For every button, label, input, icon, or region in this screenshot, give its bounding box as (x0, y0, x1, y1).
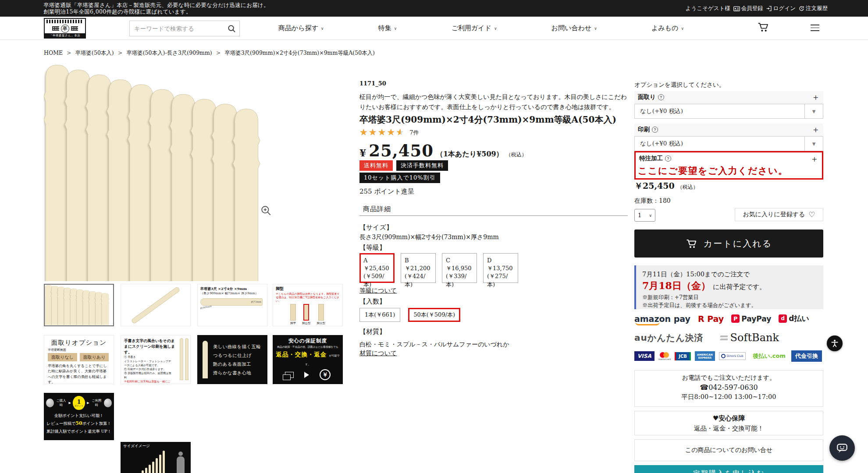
printed-sotoba-image (185, 338, 189, 380)
product-inquiry-button[interactable]: この商品についてのお問い合せ (634, 439, 823, 461)
search-button[interactable] (224, 25, 239, 33)
leg-shape (318, 304, 324, 321)
guarantee-tile[interactable]: 安心の保証制度 商品の破損・不良品の他、誤購入などお客様都合でも 返品・交換・返… (273, 335, 343, 384)
chamfer-option-label: 面取り (638, 93, 656, 101)
guarantee-title: 安心の保証制度 (275, 338, 340, 344)
size-bar (145, 468, 147, 473)
count-option-single[interactable]: 1本(￥661) (359, 308, 400, 322)
grade-info-link[interactable]: 等級について (359, 287, 397, 295)
subscribe-button[interactable]: 定期購入を申し込む (634, 465, 823, 473)
accessibility-button[interactable] (827, 335, 843, 351)
paypay-label: PayPay (741, 314, 771, 323)
grade-option-d[interactable]: D ￥13,750 (￥275/本) (483, 253, 518, 283)
amazon-smile-icon (635, 322, 660, 325)
nav-item-products[interactable]: 商品から探す ∨ (278, 24, 324, 32)
plus-icon[interactable]: ＋ (810, 155, 818, 163)
review-count-link[interactable]: 7件 (409, 129, 419, 137)
play-icon[interactable] (304, 372, 309, 378)
count-option-50-selected[interactable]: 50本(￥509/本) (408, 308, 460, 322)
finish-feature-tile[interactable]: 美しい曲線を描く五輪 つるつるに仕上げ 艶のある表面加工 滑らかな書き心地 (197, 335, 267, 384)
question-icon[interactable]: ？ (665, 155, 671, 162)
chevron-down-icon: ∨ (494, 26, 497, 31)
search-input[interactable] (130, 25, 224, 32)
breadcrumb-subcategory[interactable]: 卒塔婆(50本入)-長さ3尺(909mm) (126, 49, 212, 57)
guarantee-box: ♥安心保障 返品・返金・交換可能！ (634, 411, 823, 435)
leg-pointed: 脚尖型 (317, 304, 326, 325)
plus-icon[interactable]: ＋ (811, 125, 820, 134)
sotoba-stick-image (131, 286, 181, 324)
custom-option-label: 特注加工 (639, 155, 663, 162)
grade-option-b[interactable]: B ￥21,200 (￥424/本) (401, 253, 436, 283)
grade-option-c[interactable]: C ￥16,950 (￥339/本) (442, 253, 477, 283)
breadcrumb-separator: > (216, 49, 221, 57)
details-divider (359, 215, 628, 216)
points-info-tile[interactable]: ご購入時 ▶ 1 ポイント ▶ ご利用時 全額ポイント支払い可能！ レビュー投稿… (44, 393, 114, 440)
breadcrumb-home[interactable]: HOME (44, 49, 63, 57)
diners-circle-icon (721, 354, 726, 358)
nav-item-features[interactable]: 特集 ∨ (378, 24, 397, 32)
nav-label: 商品から探す (278, 24, 318, 32)
chamfer-select[interactable]: なし(+¥0 税込) ▼ (634, 104, 823, 119)
login-link[interactable]: ログイン (766, 5, 796, 12)
site-logo[interactable]: 卒 「卒塔婆屋さん」本店 (44, 18, 86, 39)
chat-button[interactable] (829, 435, 855, 461)
finish-line: 美しい曲線を描く五輪 (213, 342, 261, 351)
guarantee-highlight: 返品・交換・返金 (276, 351, 327, 358)
menu-button[interactable] (811, 25, 819, 33)
material-info-link[interactable]: 材質について (359, 349, 397, 357)
size-bar (156, 458, 158, 473)
product-thumbnail-3[interactable]: 卒塔婆3尺 ×2寸4分 ×9mm （長さ909mm× 幅73mm× 厚さ9mm）… (197, 284, 267, 326)
grade-name: C (446, 257, 473, 265)
logo-seal: 卒 (45, 24, 85, 33)
leg-type-options: 脚平 脚台型 脚尖型 (276, 304, 340, 325)
tagline-line2: 創業明治15年全国6,000件超の寺院様に選ばれています。 (43, 8, 269, 15)
print-select[interactable]: なし(+¥0 税込) ▼ (634, 136, 823, 151)
product-main-image[interactable] (44, 64, 273, 281)
cart-button[interactable] (757, 21, 769, 35)
quantity-select[interactable]: 1 ∨ (634, 209, 655, 222)
size-bar (149, 465, 151, 473)
product-thumbnail-4[interactable]: 脚型 ※こちらの商品の脚型は赤枠となります。脚型変更する場合は、特注加工欄に下記… (273, 284, 343, 326)
product-price: ¥25,450 （1本あたり¥509） （税込） (359, 141, 527, 160)
size-bars (124, 451, 165, 473)
print-option-tile[interactable]: 手書き文字の風合いをそのままにスクリーン印刷を施します。 ① 手書き イラストレ… (121, 335, 191, 384)
add-to-cart-button[interactable]: カートに入れる (634, 229, 823, 258)
product-thumbnail-2[interactable] (121, 284, 191, 326)
select-caret-icon: ▼ (804, 137, 823, 151)
arrow-right-icon: ▶ (68, 401, 71, 405)
nav-item-guide[interactable]: ご利用ガイド ∨ (452, 24, 497, 32)
unit-price-note: （1本あたり¥509） (436, 150, 503, 159)
product-thumbnail-1[interactable] (44, 284, 114, 326)
question-icon[interactable]: ？ (652, 127, 658, 133)
order-history-link[interactable]: 注文履歴 (799, 5, 828, 12)
size-bar (163, 451, 165, 473)
amazon-pay-logo: amazon pay (634, 314, 690, 324)
zoom-icon[interactable] (260, 205, 272, 216)
thumbnail-sotoba-image (45, 285, 113, 325)
chamfer-option-tile[interactable]: 面取りオプション 卒塔婆断面図 面取りなし 面取りあり 卒塔婆の角を丸くすること… (44, 335, 114, 384)
chevron-down-icon: ∨ (681, 26, 684, 31)
breadcrumb-category[interactable]: 卒塔婆(50本入) (75, 49, 114, 57)
grade-price: ￥25,450 (363, 265, 391, 272)
currency-symbol: ¥ (359, 147, 366, 159)
print-item3: ③ 原版製作費は初回のみ、組替費は無料 (124, 371, 173, 379)
jcb-logo: JCB (675, 352, 691, 360)
badge-row-2: 10セット購入で10%割引 (359, 173, 440, 183)
phone-number-line[interactable]: ☎042-597-0630 (635, 383, 823, 392)
register-link[interactable]: 会員登録 (733, 5, 763, 12)
size-chart-tile[interactable]: サイズイメージ (121, 442, 191, 473)
nav-label: よみもの (651, 24, 678, 32)
plus-icon[interactable]: ＋ (811, 93, 820, 101)
point-badge: 1 ポイント (73, 396, 85, 410)
nav-item-contact[interactable]: お問い合わせ ∨ (551, 24, 597, 32)
question-icon[interactable]: ？ (658, 94, 664, 100)
grade-unit-price: (￥275/本) (487, 272, 514, 288)
add-to-favorites-button[interactable]: お気に入りに登録する ♡ (735, 208, 823, 221)
chevron-down-icon: ∨ (594, 26, 597, 31)
au-kantan-logo: auかんたん決済 (634, 332, 704, 344)
nav-item-reading[interactable]: よみもの ∨ (651, 24, 684, 32)
printed-sotoba-image (180, 338, 183, 380)
payment-logos-row2: auかんたん決済 SoftBank (634, 332, 823, 344)
grade-option-a-selected[interactable]: A ￥25,450 (￥509/本) (359, 253, 395, 283)
size-bar (159, 455, 161, 473)
